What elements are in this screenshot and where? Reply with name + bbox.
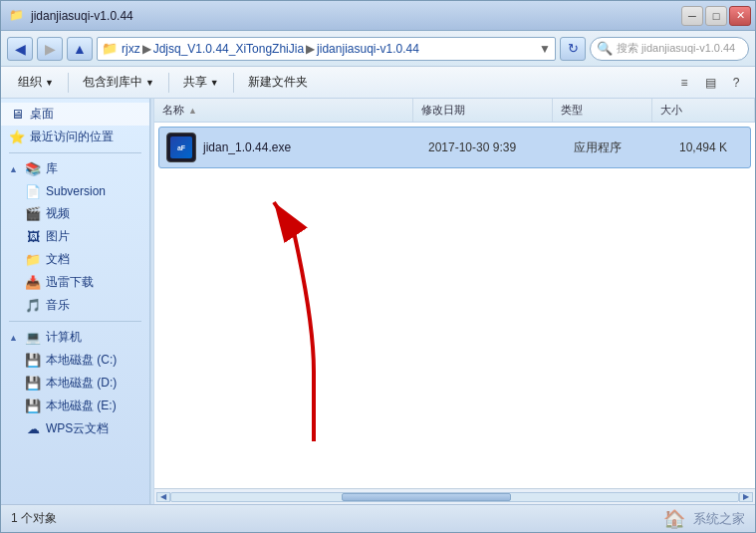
sidebar-item-document[interactable]: 📁 文档 <box>1 248 149 271</box>
recent-icon: ⭐ <box>9 130 25 145</box>
scroll-track[interactable] <box>170 492 739 502</box>
subversion-icon: 📄 <box>25 183 41 199</box>
table-row[interactable]: aF jidan_1.0.44.exe 2017-10-30 9:39 应用程序… <box>158 127 751 168</box>
file-list: aF jidan_1.0.44.exe 2017-10-30 9:39 应用程序… <box>154 123 755 488</box>
sidebar-item-disk-d[interactable]: 💾 本地磁盘 (D:) <box>1 372 149 395</box>
file-date: 2017-10-30 9:39 <box>428 140 568 154</box>
address-dropdown[interactable]: ▼ <box>539 38 551 60</box>
col-size-header[interactable]: 大小 <box>652 99 755 122</box>
library-icon: 📚 <box>25 161 41 177</box>
disk-c-icon: 💾 <box>25 353 41 369</box>
toolbar-separator-3 <box>233 73 234 93</box>
sidebar-divider-2 <box>9 321 141 322</box>
folder-icon: 📁 <box>9 8 25 24</box>
status-right: 🏠 系统之家 <box>663 508 745 530</box>
exe-icon-label: aF <box>170 136 192 158</box>
document-icon: 📁 <box>25 252 41 268</box>
sidebar-item-disk-e[interactable]: 💾 本地磁盘 (E:) <box>1 395 149 417</box>
disk-e-icon: 💾 <box>25 399 41 414</box>
main-window: 📁 jidanjiasuqi-v1.0.44 ─ □ ✕ ◀ ▶ ▲ 📁 rjx… <box>0 0 756 533</box>
video-icon: 🎬 <box>25 206 41 222</box>
expand-icon-computer: ▲ <box>9 333 18 343</box>
annotation-arrow <box>214 172 413 451</box>
toolbar-right: ≡ ▤ ? <box>673 72 747 94</box>
status-count: 1 个对象 <box>11 510 57 527</box>
address-part-3[interactable]: jidanjiasuqi-v1.0.44 <box>317 42 419 56</box>
address-part-1[interactable]: rjxz <box>122 42 140 56</box>
sidebar-item-subversion[interactable]: 📄 Subversion <box>1 180 149 202</box>
sidebar-item-recent[interactable]: ⭐ 最近访问的位置 <box>1 126 149 148</box>
disk-d-icon: 💾 <box>25 376 41 392</box>
sidebar-item-music[interactable]: 🎵 音乐 <box>1 294 149 317</box>
toolbar-separator-2 <box>168 73 169 93</box>
expand-icon-library: ▲ <box>9 164 18 174</box>
file-icon: aF <box>165 132 197 163</box>
thunder-icon: 📥 <box>25 275 41 291</box>
file-header: 名称 ▲ 修改日期 类型 大小 <box>154 99 755 123</box>
scroll-left-button[interactable]: ◀ <box>156 492 170 502</box>
window-title: jidanjiasuqi-v1.0.44 <box>31 9 133 23</box>
search-box[interactable]: 🔍 搜索 jidanjiasuqi-v1.0.44 <box>590 37 749 61</box>
sidebar-item-thunder[interactable]: 📥 迅雷下载 <box>1 271 149 294</box>
view-list-button[interactable]: ▤ <box>699 72 721 94</box>
close-button[interactable]: ✕ <box>729 6 751 26</box>
share-button[interactable]: 共享 ▼ <box>174 71 228 95</box>
back-button[interactable]: ◀ <box>7 37 33 61</box>
picture-icon: 🖼 <box>25 229 41 245</box>
minimize-button[interactable]: ─ <box>681 6 703 26</box>
logo-icon: 🏠 <box>663 508 685 530</box>
search-icon: 🔍 <box>597 41 613 56</box>
col-name-header[interactable]: 名称 ▲ <box>154 99 413 122</box>
forward-button[interactable]: ▶ <box>37 37 63 61</box>
sidebar-item-picture[interactable]: 🖼 图片 <box>1 225 149 248</box>
view-options-button[interactable]: ≡ <box>673 72 695 94</box>
scroll-right-button[interactable]: ▶ <box>739 492 753 502</box>
sidebar-item-library[interactable]: ▲ 📚 库 <box>1 157 149 180</box>
file-name: jidan_1.0.44.exe <box>203 140 422 154</box>
main-content: 🖥 桌面 ⭐ 最近访问的位置 ▲ 📚 库 📄 Subversion 🎬 视频 <box>1 99 755 504</box>
toolbar: 组织 ▼ 包含到库中 ▼ 共享 ▼ 新建文件夹 ≡ ▤ ? <box>1 67 755 99</box>
address-part-2[interactable]: Jdjsq_V1.0.44_XiTongZhiJia <box>153 42 304 56</box>
computer-icon: 💻 <box>25 330 41 346</box>
sidebar-item-disk-c[interactable]: 💾 本地磁盘 (C:) <box>1 349 149 372</box>
file-type: 应用程序 <box>574 139 673 156</box>
sidebar-item-wps[interactable]: ☁ WPS云文档 <box>1 417 149 440</box>
desktop-icon: 🖥 <box>9 107 25 123</box>
watermark-text: 系统之家 <box>693 510 745 528</box>
col-type-header[interactable]: 类型 <box>553 99 652 122</box>
sidebar: 🖥 桌面 ⭐ 最近访问的位置 ▲ 📚 库 📄 Subversion 🎬 视频 <box>1 99 150 504</box>
title-controls: ─ □ ✕ <box>681 6 751 26</box>
up-button[interactable]: ▲ <box>67 37 93 61</box>
help-button[interactable]: ? <box>725 72 747 94</box>
new-folder-button[interactable]: 新建文件夹 <box>239 71 317 95</box>
scroll-thumb[interactable] <box>342 493 512 501</box>
file-size: 10,494 K <box>679 140 744 154</box>
maximize-button[interactable]: □ <box>705 6 727 26</box>
horizontal-scrollbar[interactable]: ◀ ▶ <box>154 488 755 504</box>
status-bar: 1 个对象 🏠 系统之家 <box>1 504 755 532</box>
organize-button[interactable]: 组织 ▼ <box>9 71 63 95</box>
address-area: ◀ ▶ ▲ 📁 rjxz ▶ Jdjsq_V1.0.44_XiTongZhiJi… <box>1 31 755 67</box>
folder-small-icon: 📁 <box>102 41 118 57</box>
col-date-header[interactable]: 修改日期 <box>413 99 553 122</box>
sidebar-item-desktop[interactable]: 🖥 桌面 <box>1 103 149 126</box>
sidebar-divider-1 <box>9 152 141 153</box>
search-placeholder: 搜索 jidanjiasuqi-v1.0.44 <box>617 41 735 56</box>
music-icon: 🎵 <box>25 298 41 314</box>
sidebar-item-video[interactable]: 🎬 视频 <box>1 202 149 225</box>
exe-icon: aF <box>166 133 196 162</box>
sidebar-item-computer[interactable]: ▲ 💻 计算机 <box>1 326 149 349</box>
include-library-button[interactable]: 包含到库中 ▼ <box>74 71 163 95</box>
toolbar-separator-1 <box>68 73 69 93</box>
wps-icon: ☁ <box>25 421 41 437</box>
title-bar-left: 📁 jidanjiasuqi-v1.0.44 <box>9 8 133 24</box>
refresh-button[interactable]: ↻ <box>560 37 586 61</box>
address-parts: rjxz ▶ Jdjsq_V1.0.44_XiTongZhiJia ▶ jida… <box>122 42 535 56</box>
address-bar[interactable]: 📁 rjxz ▶ Jdjsq_V1.0.44_XiTongZhiJia ▶ ji… <box>97 37 556 61</box>
title-bar: 📁 jidanjiasuqi-v1.0.44 ─ □ ✕ <box>1 1 755 31</box>
file-pane: 名称 ▲ 修改日期 类型 大小 aF <box>154 99 755 504</box>
